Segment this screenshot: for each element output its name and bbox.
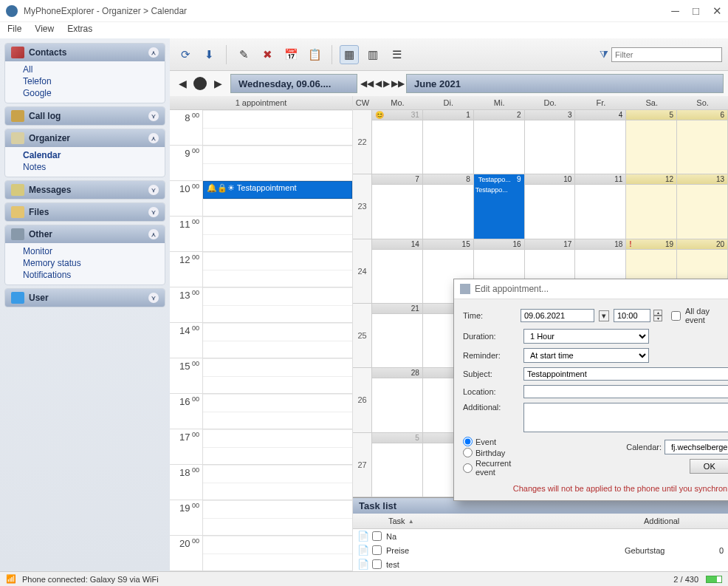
new-event-button[interactable]: 📅: [281, 45, 301, 64]
task-row[interactable]: 📄test: [353, 557, 728, 571]
hour-cell[interactable]: [203, 323, 352, 358]
sidebar-contacts-header[interactable]: Contacts ⋏: [5, 44, 165, 61]
month-prev-button[interactable]: ◀: [375, 78, 382, 89]
task-checkbox[interactable]: [372, 545, 382, 555]
month-cell[interactable]: 😊31: [372, 110, 423, 174]
appointment-item[interactable]: 🔔🔒☀ Testappointment: [203, 181, 352, 199]
reminder-select[interactable]: At start time: [523, 348, 649, 363]
month-cell[interactable]: 13: [677, 174, 728, 238]
month-cell[interactable]: 1: [423, 110, 474, 174]
sidebar-user-header[interactable]: User⋎: [5, 289, 165, 307]
month-cell[interactable]: 5: [372, 433, 423, 497]
menu-view[interactable]: View: [35, 24, 54, 37]
hour-cell[interactable]: 🔔🔒☀ Testappointment: [203, 181, 352, 216]
sidebar-contacts-telefon[interactable]: Telefon: [23, 76, 157, 86]
month-cell[interactable]: 21: [372, 304, 423, 367]
month-cell[interactable]: 28: [372, 368, 423, 432]
duration-select[interactable]: 1 Hour: [523, 329, 649, 344]
month-cell[interactable]: 6: [677, 110, 728, 174]
month-cell[interactable]: 14: [372, 239, 423, 303]
sidebar-organizer-calendar[interactable]: Calendar: [23, 150, 157, 160]
additional-input[interactable]: [523, 403, 728, 432]
month-cell[interactable]: Testappo...9Testappo...: [474, 174, 525, 238]
task-row[interactable]: 📄PreiseGeburtstag0: [353, 543, 728, 557]
maximize-button[interactable]: □: [693, 5, 699, 16]
dialog-title: Edit appointment...: [475, 284, 549, 294]
menu-extras[interactable]: Extras: [67, 24, 92, 37]
task-row[interactable]: 📄Na: [353, 529, 728, 543]
filter-input[interactable]: [611, 47, 722, 62]
date-input[interactable]: [521, 309, 594, 322]
minimize-button[interactable]: ─: [671, 5, 679, 16]
ok-button[interactable]: OK: [690, 459, 728, 474]
hour-cell[interactable]: [203, 146, 352, 180]
sidebar-contacts-all[interactable]: All: [23, 64, 157, 75]
hour-cell[interactable]: [203, 394, 352, 429]
sidebar-other-header[interactable]: Other⋏: [5, 225, 165, 243]
status-count: 2 / 430: [673, 575, 698, 584]
close-button[interactable]: ✕: [712, 5, 722, 16]
hour-cell[interactable]: [203, 536, 352, 570]
sync-button[interactable]: ⟳: [176, 45, 195, 64]
month-cell[interactable]: 2: [474, 110, 525, 174]
radio-event[interactable]: [463, 437, 473, 446]
month-cell[interactable]: 4: [575, 110, 626, 174]
hour-label: 18 00: [170, 465, 203, 500]
month-first-button[interactable]: ◀◀: [360, 78, 374, 89]
menu-file[interactable]: File: [7, 24, 21, 37]
month-cell[interactable]: 5: [626, 110, 677, 174]
week-number: 27: [353, 433, 372, 497]
task-checkbox[interactable]: [372, 531, 382, 541]
day-prev-button[interactable]: ◀: [174, 75, 190, 92]
sidebar-organizer-notes[interactable]: Notes: [23, 162, 157, 172]
location-input[interactable]: [523, 385, 728, 398]
allday-checkbox[interactable]: [671, 311, 681, 321]
task-checkbox[interactable]: [372, 559, 382, 569]
sidebar-messages-header[interactable]: Messages⋎: [5, 181, 165, 199]
month-cell[interactable]: 8: [423, 174, 474, 238]
month-cell[interactable]: 3: [525, 110, 576, 174]
download-button[interactable]: ⬇: [199, 45, 219, 64]
month-cell[interactable]: 11: [575, 174, 626, 238]
time-up[interactable]: ▴: [653, 310, 662, 316]
date-dropdown[interactable]: ▾: [599, 310, 609, 321]
month-cell[interactable]: 7: [372, 174, 423, 238]
month-next-button[interactable]: ▶: [383, 78, 390, 89]
hour-cell[interactable]: [203, 287, 352, 322]
sidebar-other-notifications[interactable]: Notifications: [23, 270, 157, 280]
day-today-button[interactable]: [192, 75, 208, 92]
taskcol-additional[interactable]: Additional: [639, 514, 728, 528]
new-task-button[interactable]: 📋: [305, 45, 324, 64]
calendar-select[interactable]: fj.wechselberger@gmail: [665, 440, 728, 454]
view-list-button[interactable]: ☰: [387, 45, 406, 64]
hour-cell[interactable]: [203, 429, 352, 464]
subject-input[interactable]: [523, 367, 728, 381]
sidebar-contacts-google[interactable]: Google: [23, 88, 157, 98]
month-last-button[interactable]: ▶▶: [391, 78, 405, 89]
sidebar-other-memory[interactable]: Memory status: [23, 258, 157, 268]
view-day-button[interactable]: ▦: [340, 45, 359, 64]
view-week-button[interactable]: ▥: [363, 45, 382, 64]
hour-cell[interactable]: [203, 217, 352, 251]
hour-cell[interactable]: [203, 465, 352, 500]
hour-cell[interactable]: [203, 358, 352, 393]
sidebar-files-header[interactable]: Files⋎: [5, 203, 165, 221]
day-next-button[interactable]: ▶: [210, 75, 226, 92]
edit-button[interactable]: ✎: [234, 45, 253, 64]
sidebar-calllog-header[interactable]: Call log⋎: [5, 107, 165, 125]
taskcol-task[interactable]: Task: [388, 517, 405, 525]
sidebar-other-monitor[interactable]: Monitor: [23, 246, 157, 256]
hour-cell[interactable]: [203, 500, 352, 535]
time-input[interactable]: [614, 309, 650, 322]
delete-button[interactable]: ✖: [258, 45, 277, 64]
day-grid[interactable]: 8 009 0010 00🔔🔒☀ Testappointment11 0012 …: [170, 110, 352, 571]
hour-label: 19 00: [170, 500, 203, 535]
radio-recurrent[interactable]: [463, 463, 473, 473]
time-down[interactable]: ▾: [653, 316, 662, 321]
month-cell[interactable]: 12: [626, 174, 677, 238]
sidebar-organizer-header[interactable]: Organizer⋏: [5, 129, 165, 147]
hour-cell[interactable]: [203, 110, 352, 145]
radio-birthday[interactable]: [463, 448, 473, 457]
hour-cell[interactable]: [203, 252, 352, 287]
month-cell[interactable]: 10: [525, 174, 576, 238]
